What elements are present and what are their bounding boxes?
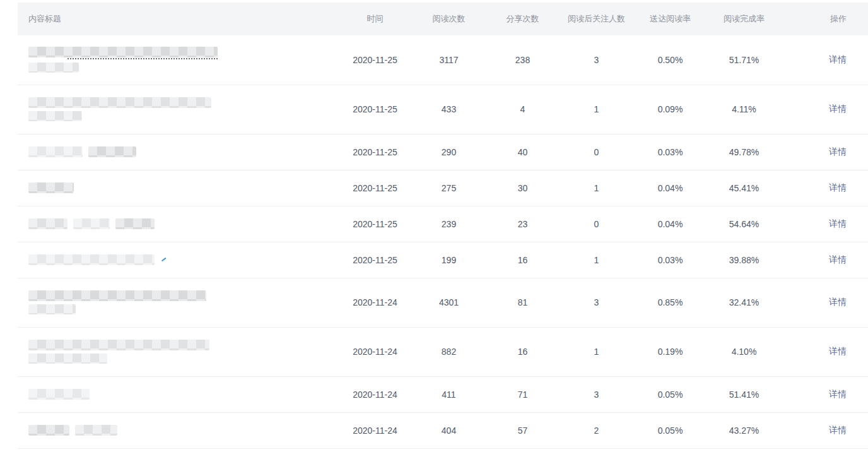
cell-title-redacted <box>18 327 338 376</box>
redacted-title-segment <box>115 218 155 229</box>
cell-reads: 290 <box>412 134 486 170</box>
cell-reads: 275 <box>412 170 486 206</box>
cell-title-redacted <box>18 376 338 412</box>
detail-link[interactable]: 详情 <box>829 182 847 193</box>
redacted-title-line <box>28 62 338 73</box>
analytics-table: 内容标题时间阅读次数分享次数阅读后关注人数送达阅读率阅读完成率操作 2020-1… <box>18 3 868 449</box>
column-header-follows: 阅读后关注人数 <box>560 3 633 35</box>
cell-follows: 1 <box>560 327 633 376</box>
redacted-title-line <box>28 254 338 265</box>
cell-shares: 57 <box>486 412 560 448</box>
cell-reads: 882 <box>412 327 486 376</box>
redacted-title-line <box>28 425 338 436</box>
detail-link[interactable]: 详情 <box>829 54 847 64</box>
table-body: 2020-11-25311723830.50%51.71%详情2020-11-2… <box>18 35 868 448</box>
table-row: 2020-11-252753010.04%45.41%详情 <box>18 170 868 206</box>
table-row: 2020-11-2443018130.85%32.41%详情 <box>18 278 868 327</box>
cell-completion_rate: 4.11% <box>707 85 781 134</box>
detail-link[interactable]: 详情 <box>829 254 847 265</box>
cell-delivery_rate: 0.85% <box>633 278 707 327</box>
redacted-title-line <box>28 146 338 157</box>
cell-shares: 81 <box>486 278 560 327</box>
cell-shares: 40 <box>486 134 560 170</box>
cell-follows: 3 <box>560 278 633 327</box>
title-blue-mark-artifact <box>159 254 167 261</box>
table-row: 2020-11-252392300.04%54.64%详情 <box>18 206 868 242</box>
cell-follows: 0 <box>560 134 633 170</box>
redacted-title-segment <box>28 354 107 364</box>
cell-delivery_rate: 0.05% <box>633 412 707 448</box>
cell-time: 2020-11-25 <box>338 85 412 134</box>
redacted-title-segment <box>28 97 211 108</box>
redacted-title-segment <box>28 218 67 229</box>
detail-link[interactable]: 详情 <box>829 104 847 114</box>
cell-delivery_rate: 0.19% <box>633 327 707 376</box>
redacted-title-segment <box>28 425 69 436</box>
cell-action: 详情 <box>781 35 868 85</box>
cell-follows: 1 <box>560 242 633 278</box>
cell-title-redacted <box>18 206 338 242</box>
cell-reads: 433 <box>412 85 486 134</box>
cell-reads: 239 <box>412 206 486 242</box>
cell-follows: 2 <box>560 412 633 448</box>
cell-delivery_rate: 0.03% <box>633 242 707 278</box>
column-header-title: 内容标题 <box>18 3 338 35</box>
table-row: 2020-11-244045720.05%43.27%详情 <box>18 412 868 448</box>
table-row: 2020-11-252904000.03%49.78%详情 <box>18 134 868 170</box>
redacted-title-segment <box>28 340 209 350</box>
cell-time: 2020-11-24 <box>338 278 412 327</box>
cell-completion_rate: 4.10% <box>707 327 781 376</box>
cell-action: 详情 <box>781 412 868 448</box>
cell-action: 详情 <box>781 376 868 412</box>
cell-title-redacted <box>18 170 338 206</box>
cell-shares: 23 <box>486 206 560 242</box>
column-header-reads: 阅读次数 <box>412 3 486 35</box>
detail-link[interactable]: 详情 <box>829 218 847 229</box>
cell-reads: 411 <box>412 376 486 412</box>
detail-link[interactable]: 详情 <box>829 146 847 157</box>
cell-follows: 1 <box>560 85 633 134</box>
table-row: 2020-11-25311723830.50%51.71%详情 <box>18 35 868 85</box>
redacted-title-line <box>28 340 338 350</box>
detail-link[interactable]: 详情 <box>829 297 847 307</box>
cell-title-redacted <box>18 134 338 170</box>
table-row: 2020-11-25433410.09%4.11%详情 <box>18 85 868 134</box>
redacted-title-line <box>28 389 338 400</box>
table-row: 2020-11-244117130.05%51.41%详情 <box>18 376 868 412</box>
redacted-title-line <box>28 218 338 229</box>
redacted-title-segment <box>88 146 136 157</box>
cell-time: 2020-11-25 <box>338 35 412 85</box>
cell-title-redacted <box>18 278 338 327</box>
cell-completion_rate: 43.27% <box>707 412 781 448</box>
cell-completion_rate: 49.78% <box>707 134 781 170</box>
detail-link[interactable]: 详情 <box>829 389 847 399</box>
cell-time: 2020-11-24 <box>338 327 412 376</box>
detail-link[interactable]: 详情 <box>829 425 847 435</box>
cell-shares: 71 <box>486 376 560 412</box>
cell-time: 2020-11-25 <box>338 206 412 242</box>
column-header-shares: 分享次数 <box>486 3 560 35</box>
table-header-row: 内容标题时间阅读次数分享次数阅读后关注人数送达阅读率阅读完成率操作 <box>18 3 868 35</box>
cell-time: 2020-11-25 <box>338 134 412 170</box>
column-header-delivery_rate: 送达阅读率 <box>633 3 707 35</box>
redacted-title-segment <box>28 182 74 193</box>
cell-shares: 16 <box>486 327 560 376</box>
redacted-title-line <box>28 97 338 108</box>
redacted-title-line <box>28 47 338 57</box>
detail-link[interactable]: 详情 <box>829 346 847 356</box>
cell-time: 2020-11-24 <box>338 412 412 448</box>
cell-delivery_rate: 0.05% <box>633 376 707 412</box>
redacted-title-line <box>28 304 338 314</box>
content-analytics-panel: 内容标题时间阅读次数分享次数阅读后关注人数送达阅读率阅读完成率操作 2020-1… <box>18 3 868 449</box>
cell-follows: 3 <box>560 35 633 85</box>
redacted-title-segment <box>28 111 82 121</box>
cell-action: 详情 <box>781 85 868 134</box>
cell-action: 详情 <box>781 327 868 376</box>
column-header-time: 时间 <box>338 3 412 35</box>
redacted-title-segment <box>28 254 155 265</box>
table-row: 2020-11-251991610.03%39.88%详情 <box>18 242 868 278</box>
cell-completion_rate: 32.41% <box>707 278 781 327</box>
cell-follows: 0 <box>560 206 633 242</box>
column-header-completion_rate: 阅读完成率 <box>707 3 781 35</box>
cell-completion_rate: 54.64% <box>707 206 781 242</box>
